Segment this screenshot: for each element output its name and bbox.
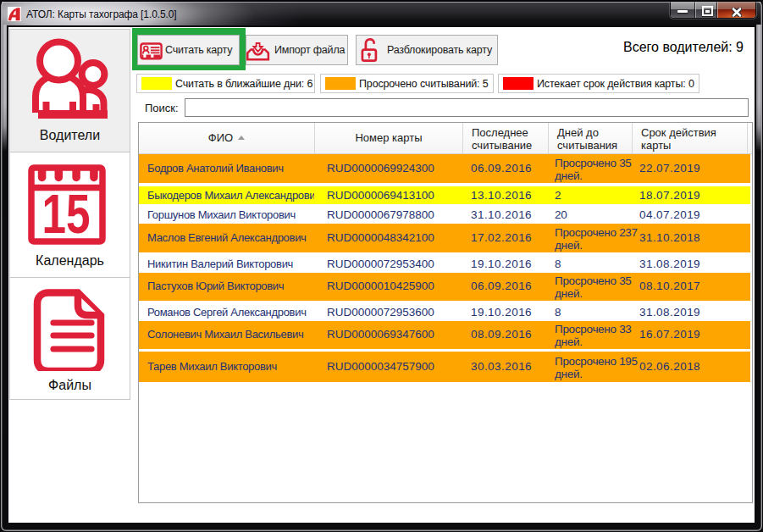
svg-text:15: 15: [42, 184, 91, 245]
